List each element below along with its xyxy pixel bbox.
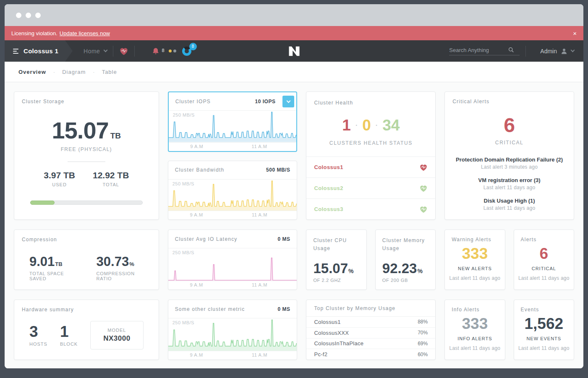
storage-used-label: USED — [44, 182, 75, 187]
update-licenses-link[interactable]: Update licenses now — [60, 30, 110, 36]
window-control-maximize[interactable] — [35, 13, 41, 18]
events-label: NEW EVENTS — [526, 336, 561, 341]
alert-item[interactable]: Protection Domain Replication Failure (2… — [456, 156, 563, 170]
search-icon[interactable] — [508, 47, 515, 53]
cpu-usage-sub: OF 2.2 GHZ — [313, 278, 359, 283]
alert-item-time: Last alert 3 minutes ago — [456, 164, 563, 170]
tasks-progress-button[interactable]: 8 — [182, 47, 191, 56]
info-event-cards: Info Alerts 333 INFO ALERTS Last alert 1… — [444, 300, 574, 360]
tab-table[interactable]: Table — [102, 69, 117, 75]
cluster-row-name: Colossus2 — [314, 185, 343, 191]
alert-item[interactable]: VM registration error (3) Last alert 11 … — [478, 177, 541, 190]
license-banner: Licensing violation. Update licenses now… — [5, 26, 583, 40]
x-tick: 9 A.M — [190, 212, 203, 217]
alert-item[interactable]: Disk Usage High (1) Last alert 11 days a… — [483, 198, 536, 211]
cluster-row-pct: 60% — [418, 352, 428, 357]
menu-icon[interactable] — [13, 49, 18, 54]
tasks-count-badge: 8 — [189, 43, 197, 50]
license-banner-message: Licensing violation. — [11, 30, 57, 36]
x-tick: 9 A.M — [190, 144, 203, 149]
neutral-dot-icon — [173, 50, 176, 52]
cluster-storage-card: Cluster Storage 15.07 TB FREE (PHYSICAL)… — [14, 91, 159, 220]
alerts-label: CRITICAL — [532, 266, 556, 271]
card-title: Info Alerts — [449, 307, 480, 313]
card-title: Cluster Memory Usage — [382, 237, 429, 253]
window-control-close[interactable] — [16, 13, 21, 18]
heart-pulse-icon — [419, 206, 428, 213]
health-warning-count: 0 — [362, 117, 371, 134]
health-row-colossus2[interactable]: Colossus2 — [306, 177, 435, 198]
search-box — [449, 47, 520, 55]
events-count: 1,562 — [525, 316, 564, 331]
space-saved-unit: TB — [55, 261, 62, 267]
alert-item-title: Protection Domain Replication Failure (2… — [456, 156, 563, 163]
window-control-minimize[interactable] — [26, 13, 31, 18]
hosts-count: 3 — [29, 324, 47, 339]
warning-alerts-card: Warning Alerts 333 NEW ALERTS Last alert… — [444, 229, 505, 290]
warning-alerts-count: 333 — [462, 246, 488, 261]
usage-cards: Cluster CPU Usage 15.07 % OF 2.2 GHZ Clu… — [306, 229, 436, 290]
card-title: Some other cluster metric — [175, 306, 245, 312]
health-row-colossus3[interactable]: Colossus3 — [306, 198, 435, 219]
card-title: Critical Alerts — [452, 99, 489, 104]
top-memory-row[interactable]: ColosusInThaPlace 69% — [306, 339, 435, 349]
bell-icon — [152, 47, 160, 55]
chart-x-axis: 9 A.M 11 A.M — [168, 211, 297, 219]
search-input[interactable] — [449, 47, 508, 53]
browser-window: Licensing violation. Update licenses now… — [5, 4, 583, 368]
dot-separator: · — [376, 122, 378, 129]
cluster-row-pct: 69% — [418, 341, 428, 347]
chevron-down-icon — [571, 48, 575, 52]
model-box: MODEL NX3000 — [90, 321, 143, 349]
critical-count-label: CRITICAL — [495, 140, 523, 146]
health-heart-button[interactable] — [119, 47, 128, 55]
memory-usage-value: 92.23 — [382, 261, 417, 275]
block-count: 1 — [60, 324, 78, 339]
chart-gridline-label: 250 MB/S — [172, 181, 194, 186]
chart-x-axis: 9 A.M 11 A.M — [168, 351, 297, 360]
view-tabs: Overview · Diagram · Table — [5, 62, 583, 82]
top-memory-row[interactable]: Pc-f2 60% — [306, 349, 435, 360]
storage-total-value: 12.92 TB — [93, 170, 129, 180]
cluster-breadcrumb[interactable]: Colossus 1 — [5, 40, 73, 62]
card-title: Top Cluster by Memory Usage — [314, 305, 395, 311]
cluster-row-name: Colossus1 — [314, 164, 343, 170]
card-title: Compression — [22, 237, 151, 242]
alerts-bell-button[interactable]: 8 — [152, 47, 176, 55]
card-title: Cluster Health — [314, 100, 353, 106]
warning-alerts-label: NEW ALERTS — [458, 266, 492, 271]
critical-count: 6 — [504, 115, 515, 136]
cluster-row-name: Pc-f2 — [314, 351, 327, 357]
alert-item-title: VM registration error (3) — [478, 177, 541, 183]
admin-user-menu[interactable]: Admin — [540, 47, 574, 55]
nav-home-dropdown[interactable]: Home — [84, 48, 107, 55]
app-header: Colossus 1 Home 8 8 — [5, 40, 583, 62]
cluster-row-pct: 70% — [418, 330, 428, 336]
tab-separator: · — [93, 69, 94, 75]
iops-dropdown-button[interactable] — [282, 96, 294, 107]
card-title: Cluster Storage — [22, 99, 64, 104]
alert-count-badge: 8 — [162, 48, 164, 53]
tab-overview[interactable]: Overview — [18, 69, 46, 75]
model-label: MODEL — [103, 328, 130, 333]
iops-chart: 250 MB/S — [169, 111, 297, 142]
memory-usage-unit: % — [417, 268, 422, 274]
chart-x-axis: 9 A.M 11 A.M — [169, 142, 297, 151]
nav-home-label: Home — [84, 48, 100, 55]
alerts-card: Alerts 6 CRITICAL Last alert 11 days ago — [514, 229, 574, 290]
tab-diagram[interactable]: Diagram — [62, 69, 86, 75]
banner-close-icon[interactable]: × — [573, 30, 577, 37]
heart-pulse-icon — [419, 185, 428, 192]
top-memory-row[interactable]: ColossusXXX 70% — [306, 328, 435, 339]
top-memory-row[interactable]: Colossus1 88% — [306, 317, 435, 328]
alert-item-time: Last alert 11 days ago — [478, 185, 541, 190]
storage-free-label: FREE (PHYSICAL) — [61, 146, 112, 152]
tab-separator: · — [53, 69, 55, 75]
x-tick: 9 A.M — [190, 352, 203, 357]
divider — [68, 162, 105, 162]
status-dots — [169, 50, 176, 52]
health-row-colossus1[interactable]: Colossus1 — [306, 156, 435, 177]
info-alerts-time: Last alert 11 days ago — [449, 345, 501, 351]
compression-card: Compression 9.01 TB TOTAL SPACE SAVED 30… — [14, 229, 159, 290]
compression-ratio-label: COMPRESSION RATIO — [97, 271, 144, 281]
